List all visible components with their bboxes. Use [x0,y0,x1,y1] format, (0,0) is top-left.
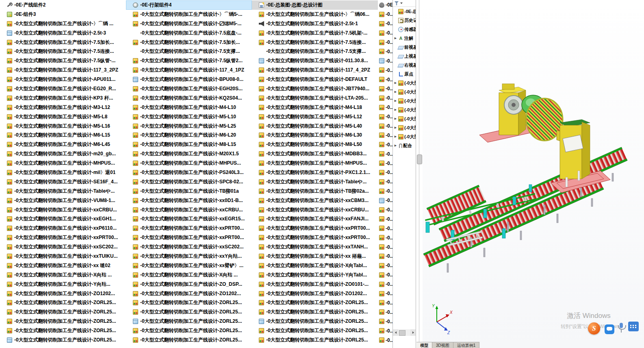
list-item[interactable]: -0大型立式翻转切削加工生产线设计-xxSC202... [0,242,126,252]
view-tab[interactable]: 运动算例1 [453,342,480,348]
tree-item[interactable]: ▶(-0大型立式翻转切削加工生产线设计 [393,132,416,141]
list-item[interactable]: -0... [378,38,392,47]
list-item[interactable]: -0大型立式翻转切削加工生产线设计-xxPRT00... [252,224,378,233]
list-item[interactable]: -0大型立式翻转切削加工生产线设计-xxFANJI... [252,214,378,224]
list-item[interactable]: -0大型立式翻转切削加工生产线设计-M4-L10 [126,103,252,112]
list-item[interactable]: -0大型立式翻转切削加工生产线设计-7.5连接... [0,47,126,56]
list-item[interactable]: -0... [378,168,392,177]
list-item[interactable]: -0大型立式翻转切削加工生产线设计-〼缌M5-... [126,19,252,28]
expand-arrow-icon[interactable]: ▶ [394,90,397,94]
feature-tree-hscrollbar[interactable] [393,329,416,336]
list-item[interactable]: -0E-行架组件4 [126,0,252,10]
list-item[interactable]: -0大型立式翻转切削加工生产线设计-MHPUS... [126,159,252,168]
view-tab[interactable]: 模型 [416,342,432,348]
list-item[interactable]: -0大型立式翻转切削加工生产线设计-7.5加长... [126,38,252,47]
tree-item[interactable]: 右视基准面 [393,61,416,70]
list-item[interactable]: -0大型立式翻转切削加工生产线设计-SE16F_4... [0,177,126,187]
list-item[interactable]: -0大型立式翻转切削加工生产线设计-VUM8-1... [0,196,126,205]
list-item[interactable]: -0... [378,307,392,317]
list-item[interactable]: -0大型立式翻转切削加工生产线设计-M8-L50 [252,140,378,149]
microphone-icon[interactable] [617,323,626,334]
list-item[interactable]: -0大型立式翻转切削加工生产线设计-xxEGR15... [126,214,252,224]
list-item[interactable]: -0大型立式翻转切削加工生产线设计-SPC8-02... [126,177,252,187]
list-item[interactable]: -0... [378,47,392,56]
list-item[interactable]: -0大型立式翻转切削加工生产线设计-ZO1202... [252,289,378,298]
expand-arrow-icon[interactable]: ▶ [394,81,397,85]
list-item[interactable]: -0... [378,317,392,326]
list-item[interactable]: -0大型立式翻转切削加工生产线设计-ZORL25... [126,298,252,308]
list-item[interactable]: -0大型立式翻转切削加工生产线设计-xxPRT00... [126,224,252,233]
list-item[interactable]: -0大型立式翻转切削加工生产线设计-M5-L8 [0,112,126,122]
list-item[interactable]: -0大型立式翻转切削加工生产线设计-xxPRT00... [0,233,126,242]
list-item[interactable]: -0大型立式翻转切削加工生产线设计-ZO0101-... [252,280,378,289]
list-item[interactable]: -0大型立式翻转切削加工生产线设计-m20_gb... [0,149,126,159]
list-item[interactable]: -0大型立式翻转切削加工生产线设计-xxSC202... [126,242,252,252]
list-item[interactable]: -0大型立式翻转切削加工生产线设计-ZORL25... [126,317,252,326]
list-item[interactable]: -0大型立式翻转切削加工生产线设计-M8-L15 [126,140,252,149]
list-item[interactable]: -0... [378,196,392,205]
list-item[interactable]: -0... [378,242,392,252]
list-item[interactable]: -0大型立式翻转切削加工生产线设计-xxPRT00... [126,233,252,242]
scroll-track[interactable] [398,329,410,336]
list-item[interactable]: -0E-组件3 [0,10,126,19]
list-item[interactable]: -0大型立式翻转切削加工生产线设计-7.5支撑... [252,47,378,56]
expand-arrow-icon[interactable]: ▶ [394,117,397,120]
list-item[interactable]: -0大型立式翻转切削加工生产线设计-M5-L16 [0,122,126,131]
tree-item[interactable]: ▶(-0大型立式翻转切削加工生产线设计 [393,123,416,132]
list-item[interactable]: -0大型立式翻转切削加工生产线设计-EGH20S... [126,84,252,94]
list-item[interactable]: -0大型立式翻转切削加工生产线设计-7.5底盘-... [126,28,252,38]
feature-tree-filter[interactable] [393,0,416,7]
tree-item[interactable]: 上视基准面 [393,52,416,61]
list-item[interactable]: -0大型立式翻转切削加工生产线设计-ZO1202... [126,289,252,298]
list-item[interactable]: -0大型立式翻转切削加工生产线设计-〉⌒绱5-... [126,10,252,19]
list-item[interactable]: -0大型立式翻转切削加工生产线设计-M5-L25 [126,122,252,131]
expand-arrow-icon[interactable]: ▶ [394,135,397,138]
list-item[interactable]: -0大型立式翻转切削加工生产线设计-xxCRBU... [0,205,126,215]
list-item[interactable]: -0... [378,233,392,242]
tree-item[interactable]: -0E-总装图-总图-总设计图 [393,7,416,16]
expand-arrow-icon[interactable]: ▶ [394,144,397,147]
list-item[interactable]: -0大型立式翻转切削加工生产线设计-TB㧕01a [126,187,252,196]
list-item[interactable]: -0E-... [378,0,392,10]
list-item[interactable]: -0大型立式翻转切削加工生产线设计-117_4_2PZ [252,65,378,75]
list-item[interactable]: -0大型立式翻转切削加工生产线设计-ZORL25... [252,307,378,317]
list-item[interactable]: -0... [378,280,392,289]
list-item[interactable]: -0... [378,224,392,233]
list-item[interactable]: -0大型立式翻转切削加工生产线设计-TB㧕02a... [252,187,378,196]
list-item[interactable]: -0大型立式翻转切削加工生产线设计-Tableや... [252,177,378,187]
list-item[interactable]: -0E-产线组件2 [0,0,126,10]
list-item[interactable]: -0大型立式翻转切削加工生产线设计-BPU08-0... [126,75,252,84]
list-item[interactable]: -0大型立式翻转切削加工生产线设计-M5-L10 [126,112,252,122]
list-item[interactable]: -0大型立式翻转切削加工生产线设计-ZORL25... [252,335,378,345]
list-item[interactable]: -0... [378,177,392,187]
list-item[interactable]: -0大型立式翻转切削加工生产线设计-117_4_1PZ [126,65,252,75]
tree-item[interactable]: ▶配合 [393,141,416,150]
tree-item[interactable]: 原点 [393,70,416,78]
list-item[interactable]: -0大型立式翻转切削加工生产线设计-Y向Tabl... [252,270,378,280]
list-item[interactable]: -0大型立式翻转切削加工生产线设计-7.5纵管-... [0,56,126,65]
list-item[interactable]: -0... [378,187,392,196]
panel-splitter[interactable] [416,0,423,348]
list-item[interactable]: -0大型立式翻转切削加工生产线设计-7.5纵管2... [126,56,252,65]
list-item[interactable]: -0... [378,84,392,94]
list-item[interactable]: -0大型立式翻转切削加工生产线设计-DEFAULT [252,75,378,84]
list-item[interactable]: -0大型立式翻转切削加工生产线设计-Y向㱠... [0,280,126,289]
list-item[interactable]: -0大型立式翻转切削加工生产线设计-xxCRBU... [126,205,252,215]
list-item[interactable]: -0大型立式翻转切削加工生产线设计-M6-L15 [0,130,126,140]
list-item[interactable]: -0大型立式翻转切削加工生产线设计-2.5t-1 [252,19,378,28]
tree-item[interactable]: ▶(-0大型立式翻转切削加工生产线设计 [393,87,416,96]
list-item[interactable]: -0大型立式翻转切削加工生产线设计-M6-L30 [252,130,378,140]
scroll-right-button[interactable] [410,329,416,336]
expand-arrow-icon[interactable]: ▶ [394,108,397,111]
expand-arrow-icon[interactable]: ▶ [394,99,397,102]
tree-item[interactable]: ▶(-0大型立式翻转切削加工生产线设计 [393,105,416,114]
tree-item[interactable]: 前视基准面 [393,43,416,52]
list-item[interactable]: -0大型立式翻转切削加工生产线设计-xxP6110... [0,224,126,233]
tree-item[interactable]: ▶(-0大型立式翻转切削加工生产线设计 [393,78,416,87]
list-item[interactable]: -0大型立式翻转切削加工生产线设计-EG20_R... [0,84,126,94]
list-item[interactable]: -0大型立式翻转切削加工生产线设计-7.5支撑... [126,47,252,56]
3d-viewport[interactable]: Y X Z 激活 Windows 转到“设置”以激活 Windows。 S [423,0,644,348]
list-item[interactable]: -0大型立式翻转切削加工生产线设计-M5-L12 [252,112,378,122]
list-item[interactable]: -0大型立式翻转切削加工生产线设计-ZORL25... [126,326,252,335]
list-item[interactable]: -0大型立式翻转切削加工生产线设计-MHPUS... [0,159,126,168]
